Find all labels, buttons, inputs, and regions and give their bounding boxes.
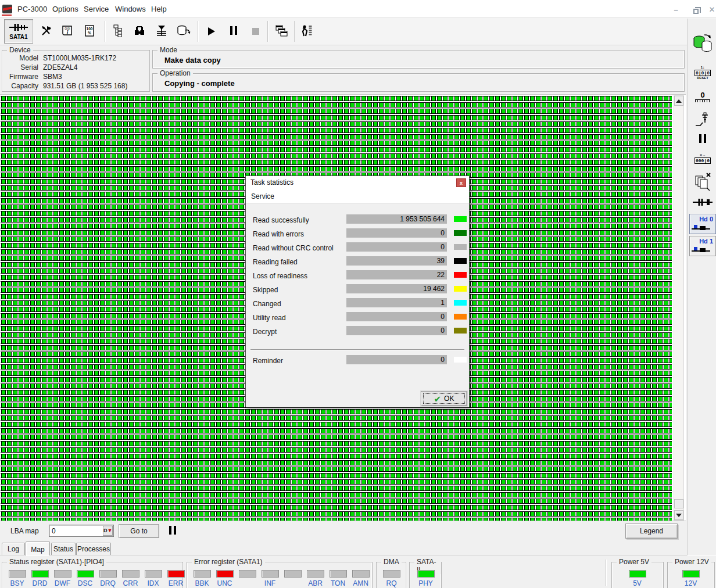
stat-value: 39 [437,257,445,265]
power5-legend: Power 5V [617,558,651,566]
tools-button[interactable] [36,20,57,43]
windows-cascade-button[interactable] [271,20,292,43]
reset-boxes: 0|0|0 [694,70,711,76]
tree-export-button[interactable] [108,20,129,43]
stat-color-chip [454,314,467,320]
error-led: ABR [304,570,327,587]
status-led: IDX [142,570,164,587]
scroll-thumb[interactable] [674,499,683,508]
stop-button[interactable] [245,20,266,43]
ok-button[interactable]: ✔ OK [421,391,467,406]
menu-help[interactable]: Help [148,3,170,15]
menu-windows[interactable]: Windows [112,3,149,15]
led-indicator [682,570,700,578]
stat-label: Read without CRC control [253,244,334,252]
reminder-label: Reminder [253,357,283,365]
lba-map-label: LBA map [10,527,39,535]
pause-button[interactable] [223,20,244,43]
merge-button[interactable] [151,20,172,43]
led-indicator [77,570,94,578]
status-led: DRQ [96,570,119,587]
abort-chain-button[interactable]: ✕→ 000|0 [691,150,714,167]
power5-led: 5V [626,570,649,587]
task-statistics-dialog: Task statistics x Service Read successfu… [245,175,470,407]
start-button[interactable] [201,20,222,43]
search-button[interactable] [129,20,150,43]
tab-map[interactable]: Map [26,542,50,555]
tab-processes[interactable]: Processes [76,543,111,555]
dialog-titlebar[interactable]: Task statistics x [246,176,469,189]
stat-value-bar: 0 [346,312,447,321]
menu-options[interactable]: Options [49,3,82,15]
led-indicator [629,570,646,578]
led-indicator [284,570,302,578]
device-serial-value: ZDE5ZAL4 [43,63,77,71]
port-connector-button[interactable] [691,196,714,209]
pc3000-window: PC-3000 Options Service Windows Help – ✕… [0,0,716,588]
status-led: DRD [28,570,51,587]
map-footer: LBA map D▼ Go to Legend [0,521,686,540]
led-indicator [122,570,139,578]
data-copy-button[interactable] [173,20,194,43]
statusbar-divider [606,560,606,586]
status-register-panel: Status register (SATA1)-[PIO4] BSY DRD [2,562,183,588]
close-button[interactable]: ✕ [704,4,716,16]
stat-value-bar: 0 [346,326,447,335]
stat-color-chip [454,286,467,292]
device-capacity-label: Capacity [2,82,38,90]
close-windows-button[interactable] [691,171,714,193]
legend-button[interactable]: Legend [625,524,678,539]
stat-value: 22 [437,271,445,279]
reset-button[interactable]: 1↓ 0|0|0 RESET [691,63,714,83]
led-indicator [352,570,370,578]
stat-value-bar: 0 [346,242,447,252]
exit-button[interactable] [296,20,317,43]
stat-color-chip [454,272,467,278]
tab-status[interactable]: Status [51,543,76,555]
lba-dropdown-button[interactable]: D▼ [103,526,113,536]
tab-log[interactable]: Log [2,543,25,555]
sata-port-icon [9,23,28,33]
goto-button[interactable]: Go to [119,524,159,538]
menu-service[interactable]: Service [80,3,112,15]
stat-value-bar: 0 [346,228,447,238]
arrow-up-icon [676,99,682,103]
restore-button[interactable] [688,4,703,16]
stat-row: Skipped 19 462 [246,283,469,297]
exit-person-icon [299,24,314,40]
stat-color-chip [454,258,467,264]
sata1-port-button[interactable]: SATA1 [4,19,33,44]
status-led: DSC [74,570,96,587]
stat-value: 1 953 505 644 [400,215,445,223]
map-scrollbar[interactable] [674,95,684,521]
dialog-separator [250,349,464,350]
statusbar: Status register (SATA1)-[PIO4] BSY DRD [0,555,716,588]
minimize-button[interactable]: – [668,4,683,16]
mode-panel: Mode Make data copy [152,50,685,69]
menu-pc3000[interactable]: PC-3000 [14,3,51,15]
error-led: UNC [213,570,236,587]
sector-zero-button[interactable]: 0 [691,87,714,106]
percent-page-button[interactable]: 100% [79,20,100,43]
page-100-percent-icon: 100% [83,24,96,40]
device-serial-label: Serial [2,63,38,71]
hd1-button[interactable]: Hd 1 [689,236,716,256]
write-terminal-button[interactable] [691,110,714,130]
scroll-down-button[interactable] [674,510,683,520]
sata2-led: PHY [414,570,437,587]
script-info-button[interactable]: 0||0|i [57,20,78,43]
sidebar-pause-button[interactable] [691,132,714,146]
stat-value-bar: 1 953 505 644 [346,214,447,224]
stat-label: Utility read [253,314,286,322]
map-pause-icon[interactable] [168,526,177,536]
dialog-menu-service[interactable]: Service [251,192,274,200]
scroll-up-button[interactable] [674,96,683,106]
error-led: TON [327,570,349,587]
toolbar: SATA1 0||0|i 100% [0,17,716,45]
hd0-button[interactable]: Hd 0 [689,214,716,234]
data-copy-task-button[interactable] [691,33,714,56]
error-register-legend: Error register (SATA1) [192,558,265,566]
reset-icon: RESET [697,76,708,80]
dialog-close-button[interactable]: x [456,178,466,187]
pause-icon [229,26,238,37]
